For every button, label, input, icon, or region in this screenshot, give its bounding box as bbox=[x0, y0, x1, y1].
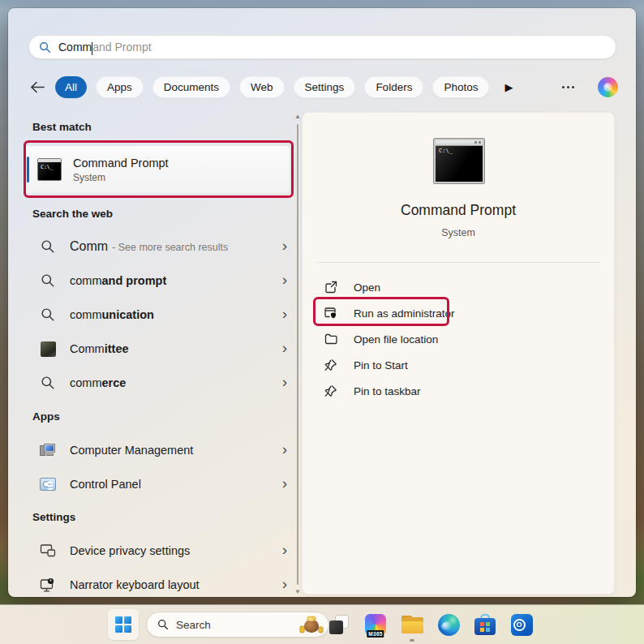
pin-icon bbox=[324, 358, 337, 372]
m365-badge: M365 bbox=[367, 630, 384, 638]
outlook-icon: O bbox=[511, 614, 533, 636]
best-match-item-command-prompt[interactable]: C:\_ Command Prompt System bbox=[24, 146, 290, 193]
narrator-icon bbox=[39, 576, 57, 594]
search-icon bbox=[39, 41, 51, 54]
action-pin-to-taskbar[interactable]: Pin to taskbar bbox=[316, 378, 601, 404]
web-suggestions: Comm- See more search results › command … bbox=[24, 230, 292, 400]
outlook-button[interactable]: O bbox=[509, 612, 534, 637]
options-ellipsis-button[interactable] bbox=[562, 86, 574, 88]
chevron-right-icon: › bbox=[282, 272, 287, 290]
taskbar-app-icons: M365 O bbox=[327, 612, 534, 637]
taskbar-search-box[interactable]: Search bbox=[146, 612, 329, 638]
file-explorer-button[interactable] bbox=[400, 612, 424, 637]
edge-icon bbox=[438, 614, 460, 636]
filter-tab-documents[interactable]: Documents bbox=[152, 76, 230, 98]
search-flyout-panel: Command Prompt All Apps Documents Web Se… bbox=[8, 8, 636, 597]
pin-icon bbox=[324, 384, 337, 398]
app-result-control-panel[interactable]: Control Panel › bbox=[24, 467, 292, 501]
chevron-right-icon: › bbox=[282, 340, 287, 358]
search-icon bbox=[39, 238, 57, 255]
scroll-down-arrow[interactable]: ▼ bbox=[294, 587, 301, 597]
back-arrow-icon bbox=[30, 81, 45, 93]
preview-subtitle: System bbox=[303, 227, 614, 238]
copilot-icon[interactable] bbox=[598, 77, 618, 97]
action-open[interactable]: Open bbox=[316, 274, 601, 300]
task-view-button[interactable] bbox=[327, 612, 351, 637]
settings-results: Device privacy settings › Narrator keyb bbox=[24, 534, 292, 597]
apps-heading: Apps bbox=[32, 408, 292, 424]
edge-button[interactable] bbox=[436, 612, 461, 637]
filter-tab-folders[interactable]: Folders bbox=[364, 76, 423, 98]
folder-outline-icon bbox=[324, 333, 337, 346]
best-match-heading: Best match bbox=[32, 118, 292, 135]
action-list: Open Run as administrator bbox=[316, 274, 601, 404]
file-explorer-icon bbox=[401, 616, 423, 633]
preview-title: Command Prompt bbox=[303, 202, 614, 219]
more-filters-button[interactable]: ▶ bbox=[504, 81, 513, 93]
settings-heading: Settings bbox=[32, 509, 292, 525]
chevron-right-icon: › bbox=[282, 475, 287, 493]
settings-result-narrator-keyboard[interactable]: Narrator keyboard layout › bbox=[24, 568, 292, 597]
scrollbar-thumb[interactable] bbox=[297, 124, 298, 585]
start-button[interactable] bbox=[108, 609, 139, 640]
search-the-web-heading: Search the web bbox=[32, 205, 292, 221]
best-match-subtitle: System bbox=[73, 172, 169, 183]
control-panel-icon bbox=[39, 475, 57, 493]
filter-tab-apps[interactable]: Apps bbox=[96, 76, 144, 98]
best-match-title: Command Prompt bbox=[73, 157, 169, 170]
action-run-as-administrator[interactable]: Run as administrator bbox=[316, 300, 601, 326]
best-match-text: Command Prompt System bbox=[73, 157, 169, 183]
search-input[interactable]: Command Prompt bbox=[28, 35, 616, 59]
copilot-m365-icon: M365 bbox=[365, 614, 386, 635]
chevron-right-icon: › bbox=[282, 238, 287, 255]
settings-result-device-privacy[interactable]: Device privacy settings › bbox=[24, 534, 292, 568]
desktop: Command Prompt All Apps Documents Web Se… bbox=[0, 0, 644, 644]
microsoft-store-icon bbox=[474, 614, 496, 635]
scroll-up-arrow[interactable]: ▲ bbox=[294, 112, 301, 122]
search-icon bbox=[157, 619, 169, 630]
chevron-right-icon: › bbox=[282, 441, 287, 459]
running-indicator bbox=[410, 639, 414, 642]
open-external-icon bbox=[324, 281, 337, 294]
task-view-icon bbox=[329, 615, 349, 634]
run-as-admin-shield-icon bbox=[324, 307, 337, 320]
chevron-right-icon: › bbox=[282, 374, 287, 392]
app-results: Computer Management › Control Panel › bbox=[24, 433, 292, 501]
web-suggestion-comm[interactable]: Comm- See more search results › bbox=[24, 230, 292, 264]
action-open-file-location[interactable]: Open file location bbox=[316, 326, 601, 352]
command-prompt-icon-large: C:\_ bbox=[434, 139, 484, 183]
search-icon bbox=[39, 374, 57, 392]
devices-icon bbox=[39, 542, 57, 560]
microsoft-store-button[interactable] bbox=[473, 612, 497, 637]
chevron-right-icon: › bbox=[282, 542, 287, 560]
filter-tab-web[interactable]: Web bbox=[239, 76, 285, 98]
search-icon bbox=[39, 272, 57, 290]
photo-thumbnail-icon bbox=[39, 340, 57, 358]
windows-logo-icon bbox=[115, 616, 131, 633]
filter-tab-photos[interactable]: Photos bbox=[432, 76, 489, 98]
filter-row: All Apps Documents Web Settings Folders … bbox=[28, 75, 618, 98]
search-autocomplete-text: and Prompt bbox=[92, 41, 151, 54]
back-button[interactable] bbox=[28, 78, 46, 96]
web-suggestion-committee[interactable]: Committee › bbox=[24, 332, 292, 366]
taskbar-search-label: Search bbox=[176, 619, 299, 631]
search-highlight-pot-of-gold-icon[interactable] bbox=[299, 613, 324, 636]
chevron-right-icon: › bbox=[282, 306, 287, 324]
filter-tab-all[interactable]: All bbox=[55, 76, 87, 98]
divider bbox=[317, 262, 599, 263]
selection-accent-bar bbox=[27, 157, 29, 182]
command-prompt-icon: C:\_ bbox=[37, 158, 62, 181]
preview-pane: C:\_ Command Prompt System Open bbox=[302, 112, 615, 595]
taskbar: Search M365 bbox=[0, 605, 644, 644]
web-suggestion-commerce[interactable]: commerce › bbox=[24, 366, 292, 400]
web-suggestion-command-prompt[interactable]: command prompt › bbox=[24, 264, 292, 298]
results-list: Best match C:\_ Command Prompt System Se… bbox=[24, 112, 292, 597]
computer-management-icon bbox=[39, 441, 57, 459]
chevron-right-icon: › bbox=[282, 576, 287, 594]
copilot-m365-button[interactable]: M365 bbox=[363, 612, 388, 637]
action-pin-to-start[interactable]: Pin to Start bbox=[316, 352, 601, 378]
filter-tab-settings[interactable]: Settings bbox=[294, 76, 356, 98]
web-suggestion-communication[interactable]: communication › bbox=[24, 298, 292, 332]
search-typed-text: Comm bbox=[58, 41, 92, 54]
app-result-computer-management[interactable]: Computer Management › bbox=[24, 433, 292, 467]
